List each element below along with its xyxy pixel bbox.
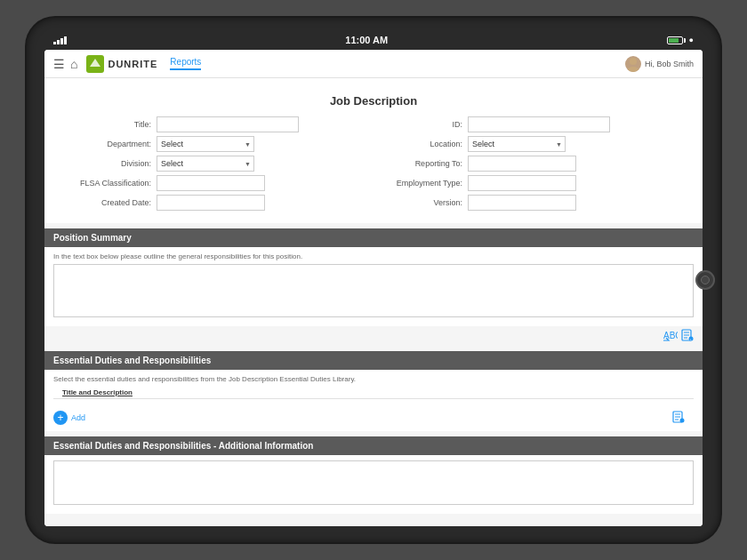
home-icon[interactable]: ⌂ (70, 57, 77, 71)
screen: ☰ ⌂ DUNRITE Reports (44, 50, 703, 526)
essential-duties-doc-icon[interactable] (672, 411, 685, 425)
essential-duties-actions (89, 408, 694, 428)
version-input[interactable] (468, 195, 576, 211)
division-row: Division: Select (71, 156, 365, 172)
department-row: Department: Select (71, 136, 365, 152)
title-input[interactable] (157, 116, 299, 132)
version-label: Version: (382, 198, 462, 207)
svg-text:ABC: ABC (663, 331, 678, 340)
status-right: ● (667, 36, 694, 44)
user-avatar (625, 56, 641, 72)
logo-svg (89, 58, 101, 70)
page-title: Job Description (62, 87, 685, 116)
location-label: Location: (382, 140, 462, 148)
title-row: Title: (71, 116, 365, 132)
navbar: ☰ ⌂ DUNRITE Reports (44, 50, 703, 78)
document-icon[interactable]: + (681, 329, 694, 343)
status-bar: 11:00 AM ● (44, 34, 703, 50)
reporting-to-input[interactable] (468, 156, 576, 172)
essential-duties-additional-header: Essential Duties and Responsibilities - … (44, 436, 703, 455)
division-select-wrapper: Select (157, 156, 254, 172)
logo-badge (86, 55, 104, 73)
reporting-to-label: Reporting To: (382, 159, 462, 168)
status-left (53, 36, 67, 44)
add-circle-icon[interactable]: + (53, 411, 68, 425)
essential-duties-body: Select the essential duties and responsi… (44, 370, 703, 404)
essential-duties-additional-textarea[interactable] (53, 460, 694, 505)
form-right-col: ID: Location: Select Re (382, 116, 676, 214)
flsa-row: FLSA Classification: (71, 175, 365, 191)
essential-duties-header: Essential Duties and Responsibilities (44, 351, 703, 370)
created-date-label: Created Date: (71, 198, 151, 207)
position-summary-footer: ABC + (44, 326, 703, 346)
form-area: Job Description Title: Department: S (44, 78, 703, 223)
flsa-label: FLSA Classification: (71, 179, 151, 188)
svg-point-1 (630, 58, 637, 65)
navbar-left: ☰ ⌂ DUNRITE Reports (53, 55, 201, 73)
logo-area: DUNRITE (86, 55, 157, 73)
department-select-wrapper: Select (157, 136, 254, 152)
spellcheck-icon[interactable]: ABC (663, 329, 678, 343)
essential-duties-instruction: Select the essential duties and responsi… (53, 375, 694, 383)
signal-icon (53, 36, 67, 44)
location-select[interactable]: Select (468, 136, 566, 152)
employment-type-input[interactable] (468, 175, 576, 191)
department-label: Department: (71, 140, 151, 148)
essential-duties-additional-body (44, 455, 703, 514)
location-row: Location: Select (382, 136, 676, 152)
position-summary-textarea[interactable] (53, 264, 694, 317)
add-row: + Add (44, 404, 703, 431)
title-desc-col: Title and Description (62, 388, 133, 396)
id-input[interactable] (468, 116, 610, 132)
wifi-icon: ● (689, 36, 694, 44)
essential-duties-table-header: Title and Description (53, 387, 694, 399)
svg-point-14 (680, 419, 685, 423)
department-select[interactable]: Select (157, 136, 254, 152)
logo-text: DUNRITE (108, 59, 157, 69)
form-left-col: Title: Department: Select (71, 116, 365, 214)
id-row: ID: (382, 116, 676, 132)
svg-point-2 (628, 67, 639, 72)
user-name: Hi, Bob Smith (645, 60, 694, 68)
add-label[interactable]: Add (71, 413, 85, 422)
home-button[interactable] (695, 270, 715, 290)
position-summary-body: In the text box below please outline the… (44, 247, 703, 326)
svg-marker-0 (90, 59, 100, 67)
position-summary-instruction: In the text box below please outline the… (53, 252, 694, 260)
division-label: Division: (71, 159, 151, 168)
main-content: Job Description Title: Department: S (44, 78, 703, 526)
form-grid: Title: Department: Select (62, 116, 685, 214)
position-summary-header: Position Summary (44, 228, 703, 247)
time-display: 11:00 AM (345, 35, 388, 45)
created-date-input[interactable] (157, 195, 265, 211)
title-label: Title: (71, 120, 151, 129)
tablet-frame: 11:00 AM ● ☰ ⌂ DUNRITE (27, 18, 720, 542)
reports-tab[interactable]: Reports (170, 57, 201, 70)
id-label: ID: (382, 120, 462, 129)
employment-type-row: Employment Type: (382, 175, 676, 191)
location-select-wrapper: Select (468, 136, 566, 152)
battery-icon (667, 36, 686, 44)
version-row: Version: (382, 195, 676, 211)
flsa-input[interactable] (157, 175, 265, 191)
division-select[interactable]: Select (157, 156, 254, 172)
reporting-to-row: Reporting To: (382, 156, 676, 172)
navbar-right: Hi, Bob Smith (625, 56, 694, 72)
employment-type-label: Employment Type: (382, 179, 462, 188)
hamburger-icon[interactable]: ☰ (53, 57, 65, 71)
created-date-row: Created Date: (71, 195, 365, 211)
